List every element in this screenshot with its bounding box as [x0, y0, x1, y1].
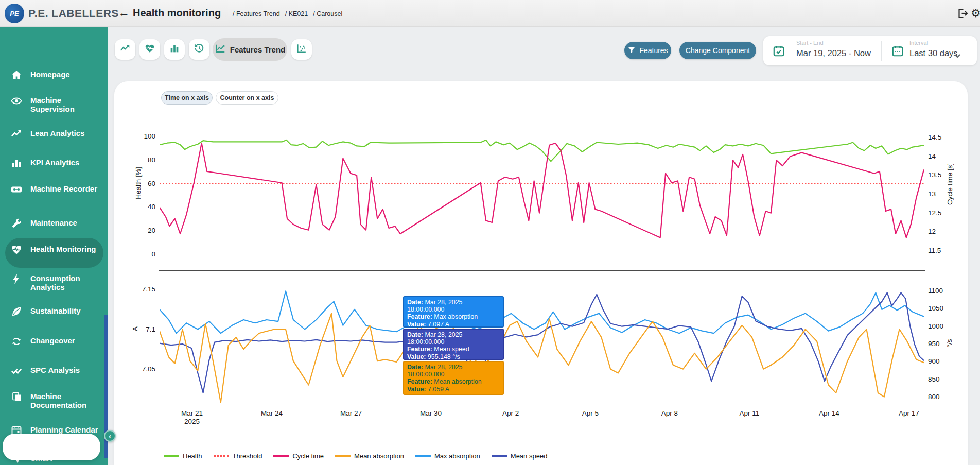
filter-icon: [627, 46, 636, 56]
series-max-absorption: [160, 291, 924, 333]
chart-tooltip-mean-speed: Date: Mar 28, 2025 18:00:00.000Feature: …: [403, 329, 504, 360]
y-tick-label: 1000: [928, 322, 959, 331]
sidebar-item-homepage[interactable]: Homepage: [10, 70, 103, 81]
interval-label: Interval: [909, 40, 928, 46]
y-tick-label: 13: [928, 190, 959, 199]
legend-item-health[interactable]: Health: [164, 452, 202, 460]
y-tick-label: 900: [928, 357, 959, 366]
legend-swatch: [273, 455, 289, 457]
y-tick-label: 14.5: [928, 133, 959, 142]
sidebar-item-machine-supervision[interactable]: Machine Supervision: [10, 96, 103, 113]
back-arrow-icon[interactable]: ←: [118, 6, 130, 20]
breadcrumb-segment[interactable]: / Carousel: [313, 10, 342, 18]
wrench-icon: [10, 217, 23, 230]
heart-icon: [144, 43, 155, 56]
sidebar-item-machine-documentation[interactable]: Machine Documentation: [10, 392, 103, 409]
x-tick-label: Apr 8: [646, 409, 693, 418]
change-component-button[interactable]: Change Component: [679, 42, 756, 59]
x-tick-label: Apr 5: [567, 409, 614, 418]
features-button-label: Features: [639, 46, 668, 55]
toggle-time-on-x-axis[interactable]: Time on x axis: [161, 91, 213, 105]
x-tick-label: Apr 17: [886, 409, 932, 418]
interval-value[interactable]: Last 30 days: [909, 48, 958, 58]
sidebar-item-machine-recorder[interactable]: Machine Recorder: [10, 184, 103, 196]
toolbar-button-history[interactable]: [189, 39, 209, 60]
y-tick-label: 11.5: [928, 246, 959, 255]
x-tick-label: Mar 212025: [169, 409, 215, 426]
sidebar-item-maintenance[interactable]: Maintenance: [10, 218, 103, 230]
top-chart-plot[interactable]: [160, 131, 924, 271]
y-tick-label: 1050: [928, 304, 959, 313]
x-tick-label: Mar 30: [408, 409, 454, 418]
x-tick-label: Apr 2: [487, 409, 534, 418]
y-tick-label: 12.5: [928, 209, 959, 218]
line-selector-card[interactable]: Line KE021: [3, 434, 100, 460]
sidebar-item-label: Lean Analytics: [30, 129, 98, 137]
sidebar-item-spc-analysis[interactable]: SPC Analysis: [10, 366, 103, 377]
chart-line-icon: [215, 43, 226, 56]
toolbar-button-heart[interactable]: [139, 39, 160, 60]
y-tick-label: 100: [124, 132, 155, 141]
top-chart-right-axis-title: Cycle time [s]: [946, 159, 954, 210]
recorder-icon: [10, 183, 23, 196]
y-tick-label: 7.1: [124, 325, 155, 334]
sidebar-item-kpi-analytics[interactable]: KPI Analytics: [10, 158, 103, 169]
double-check-icon: [10, 365, 23, 377]
scatter-icon: [296, 43, 307, 56]
trend-icon: [10, 128, 23, 140]
brand-logo-icon: PE: [5, 4, 24, 23]
legend-item-mean-absorption[interactable]: Mean absorption: [335, 452, 404, 460]
legend-item-max-absorption[interactable]: Max absorption: [415, 452, 480, 460]
toggle-counter-on-x-axis[interactable]: Counter on x axis: [216, 91, 278, 105]
toolbar-button-bars[interactable]: [164, 39, 185, 60]
history-icon: [194, 43, 205, 56]
y-tick-label: 7.05: [124, 365, 155, 374]
legend-swatch: [415, 455, 431, 457]
y-tick-label: 80: [124, 156, 155, 165]
x-tick-label: Mar 24: [249, 409, 295, 418]
sidebar-collapse-button[interactable]: ‹: [104, 430, 116, 442]
legend-swatch: [492, 455, 507, 457]
bottom-chart-plot[interactable]: [160, 283, 924, 412]
chart-tooltip-mean-absorption: Date: Mar 28, 2025 18:00:00.000Feature: …: [403, 361, 504, 395]
legend-label: Mean absorption: [354, 452, 404, 460]
sidebar-item-label: SPC Analysis: [30, 366, 98, 374]
change-component-label: Change Component: [686, 46, 750, 55]
toolbar-button-scatter[interactable]: [291, 39, 312, 60]
x-tick-label: Apr 14: [806, 409, 852, 418]
sidebar-item-health-monitoring[interactable]: Health Monitoring: [10, 245, 103, 256]
tab-features-trend[interactable]: Features Trend: [213, 38, 287, 61]
cycle-icon: [10, 335, 23, 348]
breadcrumb[interactable]: / Features Trend/ KE021/ Carousel: [233, 10, 347, 18]
legend-label: Threshold: [233, 452, 262, 460]
y-tick-label: 13.5: [928, 170, 959, 180]
legend-item-threshold[interactable]: Threshold: [214, 452, 262, 460]
y-tick-label: 0: [124, 250, 155, 259]
gear-icon[interactable]: ⚙: [971, 7, 980, 20]
breadcrumb-segment[interactable]: / Features Trend: [233, 10, 280, 18]
sidebar-item-sustainability[interactable]: Sustainability: [10, 306, 103, 318]
start-end-value[interactable]: Mar 19, 2025 - Now: [796, 48, 871, 58]
legend-item-cycle-time[interactable]: Cycle time: [273, 452, 324, 460]
sidebar-item-label: Machine Recorder: [30, 184, 98, 193]
screen: PE P.E. LABELLERS ← Health monitoring / …: [0, 0, 980, 465]
toolbar-button-trend[interactable]: [115, 39, 135, 60]
sidebar-item-label: Maintenance: [30, 218, 98, 227]
sidebar-item-changeover[interactable]: Changeover: [10, 336, 103, 348]
bolt-icon: [10, 273, 23, 285]
breadcrumb-segment[interactable]: / KE021: [285, 10, 308, 18]
legend-item-mean-speed[interactable]: Mean speed: [492, 452, 548, 460]
y-tick-label: 800: [928, 392, 959, 402]
sidebar-item-label: Planning Calendar: [30, 425, 98, 434]
sidebar-item-lean-analytics[interactable]: Lean Analytics: [10, 129, 103, 140]
y-tick-label: 850: [928, 375, 959, 384]
features-button[interactable]: Features: [624, 42, 671, 59]
y-tick-label: 40: [124, 202, 155, 212]
sidebar-nav: HomepageMachine SupervisionLean Analytic…: [0, 27, 108, 465]
logout-icon[interactable]: [956, 7, 969, 20]
home-icon: [10, 69, 23, 81]
chevron-down-icon[interactable]: [954, 51, 961, 60]
legend-label: Health: [183, 452, 202, 460]
sidebar-item-consumption-analytics[interactable]: Consumption Analytics: [10, 274, 103, 291]
x-tick-label: Apr 11: [726, 409, 773, 418]
